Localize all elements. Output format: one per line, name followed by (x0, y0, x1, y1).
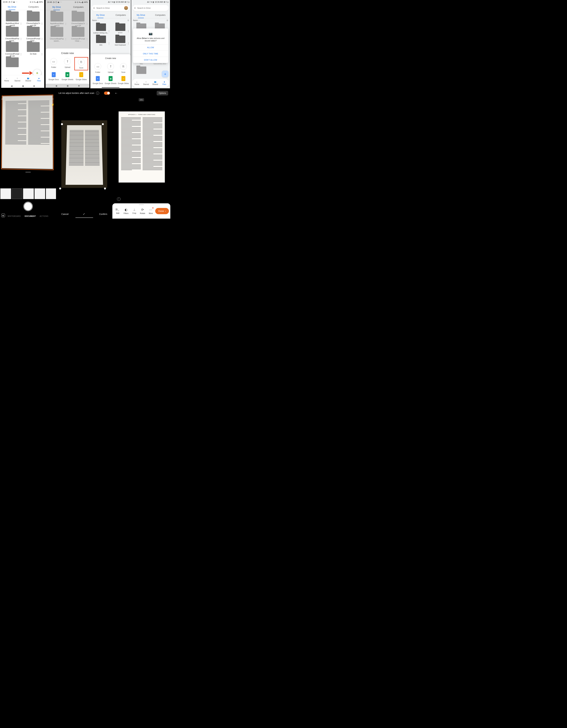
thumb[interactable] (12, 188, 22, 199)
view-toggle-icon[interactable]: ☷ (127, 19, 129, 21)
perm-allow-button[interactable]: ALLOW (133, 44, 168, 50)
create-upload[interactable]: ⤒Upload (61, 57, 74, 70)
create-docs[interactable]: ≡Google Docs (47, 71, 61, 82)
shutter-button[interactable] (23, 202, 33, 211)
crop-handle[interactable] (104, 188, 106, 189)
more-icon[interactable]: ⋯ (51, 97, 54, 101)
thumb[interactable] (34, 188, 45, 199)
tab-my-drive[interactable]: My Drive (1, 4, 23, 10)
tab-computers[interactable]: Computers (151, 12, 170, 18)
tab-computers[interactable]: Computers (111, 12, 131, 18)
avatar[interactable] (124, 6, 128, 10)
kebab-icon[interactable]: ⋮ (127, 30, 129, 32)
nav-files[interactable]: ■Files (160, 79, 169, 87)
create-folder[interactable]: ▭Folder (91, 62, 104, 74)
create-sheets[interactable]: ▦Google Sheets (61, 71, 74, 82)
cancel-button[interactable]: Cancel (61, 213, 68, 215)
folder-item[interactable]: CommandPromptIP-LW⋮ (2, 42, 23, 57)
kebab-icon[interactable]: ⋮ (20, 53, 22, 56)
perm-only-this-time-button[interactable]: ONLY THIS TIME (133, 50, 168, 57)
create-scan[interactable]: ⎘Scan (74, 57, 88, 70)
folder-item[interactable]: ChromeSafetyCheck-GP⋮ (23, 12, 44, 26)
thumb[interactable] (46, 188, 56, 199)
home-circle-icon[interactable]: ◉ (22, 85, 24, 87)
kebab-icon[interactable]: ⋮ (108, 30, 110, 32)
system-nav: ◀◉■ (1, 84, 44, 88)
perm-dont-allow-button[interactable]: DON'T ALLOW (133, 57, 168, 63)
nav-home[interactable]: ⌂Home (132, 79, 141, 87)
folder-item[interactable]: ChromeWeakPassword...⋮ (2, 27, 23, 42)
kebab-icon[interactable]: ⋮ (41, 22, 43, 25)
back-icon[interactable]: ◀ (11, 85, 12, 87)
tool-rotate[interactable]: ⟳Rotate (139, 208, 147, 214)
search-bar[interactable]: ☰ Search in Drive (92, 5, 129, 11)
done-button[interactable]: Done› (155, 208, 169, 214)
warning-icon[interactable]: ! (117, 197, 120, 201)
folder-item[interactable]: Gotham Writing Cla...⋮ (91, 23, 110, 34)
nav-starred[interactable]: ☆Starred (12, 75, 23, 84)
info-icon[interactable]: i (96, 92, 99, 95)
options-button[interactable]: Options (157, 91, 168, 95)
mode-document[interactable]: DOCUMENT (25, 215, 36, 217)
back-icon[interactable]: ◀ (55, 84, 57, 87)
tool-add[interactable]: ⎘₊Add (114, 208, 122, 214)
scanned-page[interactable]: APPENDIX 1 – TERMS AND CONDITIONS (119, 111, 165, 183)
recents-icon[interactable]: ■ (33, 85, 35, 87)
confirm-button[interactable]: Confirm (99, 213, 107, 215)
crop-handle[interactable] (59, 188, 61, 189)
mode-whiteboard[interactable]: WHITEBOARD (8, 215, 21, 217)
thumb[interactable] (0, 188, 11, 199)
flash-icon[interactable]: ⚡ (51, 103, 55, 106)
tab-computers[interactable]: Computers (23, 4, 44, 10)
home-circle-icon[interactable]: ◉ (67, 84, 69, 87)
drag-handle[interactable] (139, 204, 144, 205)
back-arrow-icon[interactable]: ← (114, 91, 118, 95)
kebab-icon[interactable]: ⋮ (20, 38, 22, 40)
thumb[interactable] (23, 188, 34, 199)
nav-files[interactable]: ■Files (34, 75, 44, 84)
crop-handle[interactable] (61, 123, 63, 125)
folder-item[interactable] (2, 57, 23, 67)
create-slides[interactable]: ▭Google Slides (117, 75, 130, 85)
kebab-icon[interactable]: ⋮ (108, 42, 110, 45)
crop-handle[interactable] (102, 123, 104, 125)
nav-home[interactable]: ⌂Home (1, 75, 12, 84)
drag-handle[interactable] (25, 172, 31, 172)
menu-icon[interactable]: ☰ (134, 7, 136, 9)
tool-filters[interactable]: ◐Filters (122, 208, 130, 214)
create-upload[interactable]: ⤒Upload (104, 62, 117, 74)
kebab-icon[interactable]: ⋮ (20, 22, 22, 25)
sort-header[interactable]: Name↑☷ (90, 18, 131, 22)
nav-shared[interactable]: 👥Shared (151, 79, 160, 87)
create-sheets[interactable]: ▦Google Sheets (104, 75, 117, 85)
fab-create[interactable]: ＋ (162, 71, 168, 77)
folder-item[interactable]: IMG⋮ (91, 36, 110, 46)
kebab-icon[interactable]: ⋮ (41, 53, 43, 56)
tool-more[interactable]: ⋯More (147, 208, 155, 214)
mode-actions[interactable]: ACTIONS (40, 215, 48, 217)
view-toggle-icon[interactable]: ☷ (166, 19, 168, 21)
folder-item[interactable]: Mech keyboard⋮ (111, 36, 130, 46)
nav-shared[interactable]: 👥Shared (23, 75, 34, 84)
folder-item[interactable]: Do Note⋮ (23, 42, 44, 57)
folder-item[interactable]: IFTTT⋮ (111, 23, 130, 34)
create-docs[interactable]: ≡Google Docs (91, 75, 104, 85)
expand-icon[interactable]: ⤢ (83, 213, 85, 215)
create-scan[interactable]: ⎘Scan (117, 62, 130, 74)
adjust-toggle[interactable] (104, 92, 110, 95)
menu-icon[interactable]: ☰ (93, 7, 95, 9)
tab-my-drive[interactable]: My Drive (131, 12, 151, 18)
kebab-icon[interactable]: ⋮ (41, 38, 43, 40)
create-slides[interactable]: ▭Google Slides (74, 71, 88, 82)
home-icon[interactable]: ⌂ (1, 97, 3, 106)
folder-item[interactable]: AppleMusicWindows10⋮ (2, 12, 23, 26)
search-bar[interactable]: ☰ Search in Drive (133, 5, 168, 11)
tab-my-drive[interactable]: My Drive (90, 12, 111, 18)
tool-crop[interactable]: ⟂Crop (130, 208, 138, 214)
recents-icon[interactable]: ■ (78, 84, 80, 87)
kebab-icon[interactable]: ⋮ (127, 42, 129, 45)
sort-header[interactable]: Name↑☷ (131, 18, 170, 22)
folder-item[interactable]: CommandPromptClear-...⋮ (23, 27, 44, 42)
nav-starred[interactable]: ☆Starred (141, 79, 151, 87)
create-folder[interactable]: ▭Folder (47, 57, 61, 70)
